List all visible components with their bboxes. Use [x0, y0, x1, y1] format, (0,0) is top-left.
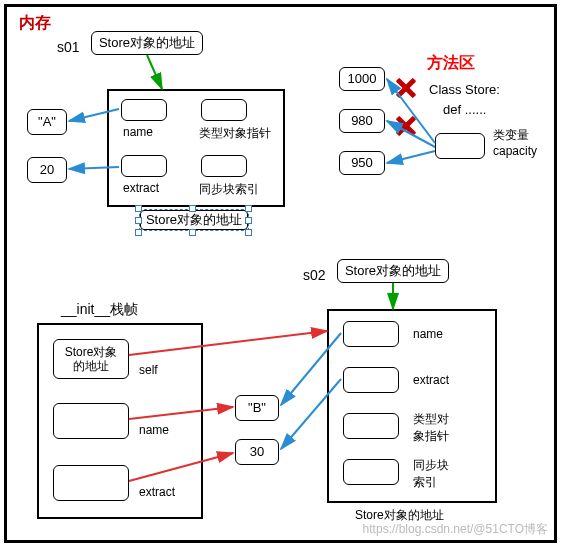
watermark: https://blog.csdn.net/@51CTO博客 [363, 521, 548, 538]
cap-1000-box: 1000 [339, 67, 385, 91]
s02-name-slot [343, 321, 399, 347]
cap-950-box: 950 [339, 151, 385, 175]
svg-line-0 [147, 55, 162, 89]
cap-980-box: 980 [339, 109, 385, 133]
init-self-slot: Store对象 的地址 [53, 339, 129, 379]
sel-handle [189, 205, 196, 212]
s02-extract-slot [343, 367, 399, 393]
self-label: self [139, 363, 158, 377]
class-store-frame: Class Store: def ...... 类变量 capacity [421, 75, 543, 183]
s02-typeptr-label: 类型对 象指针 [413, 411, 449, 445]
value-30-box: 30 [235, 439, 279, 465]
class-store-line2: def ...... [443, 101, 486, 119]
sel-handle [189, 229, 196, 236]
sel-handle [245, 217, 252, 224]
value-a-box: "A" [27, 109, 67, 135]
init-extract-label: extract [139, 485, 175, 499]
s01-name-label: name [123, 125, 153, 139]
s01-sync-label: 同步块索引 [199, 181, 259, 198]
class-var-slot [435, 133, 485, 159]
init-extract-slot [53, 465, 129, 501]
method-area-label: 方法区 [427, 53, 475, 74]
sel-handle [245, 229, 252, 236]
red-cross-icon [395, 115, 417, 137]
s01-extract-label: extract [123, 181, 159, 195]
s02-sync-slot [343, 459, 399, 485]
s02-object-frame: name extract 类型对 象指针 同步块 索引 [327, 309, 497, 503]
sel-handle [135, 217, 142, 224]
class-var-label: 类变量 capacity [493, 127, 537, 158]
s01-address-box: Store对象的地址 [91, 31, 203, 55]
red-cross-icon [395, 77, 417, 99]
s02-typeptr-slot [343, 413, 399, 439]
s01-sync-slot [201, 155, 247, 177]
s02-extract-label: extract [413, 373, 449, 387]
class-store-line1: Class Store: [429, 81, 500, 99]
s02-sync-label: 同步块 索引 [413, 457, 449, 491]
init-frame-label: __init__栈帧 [61, 301, 138, 319]
init-frame: Store对象 的地址 self name extract [37, 323, 203, 519]
s01-caption-box: Store对象的地址 [140, 210, 248, 230]
heap-label: 内存 [19, 13, 51, 34]
s02-label: s02 [303, 267, 326, 283]
sel-handle [135, 205, 142, 212]
s01-name-slot [121, 99, 167, 121]
s01-label: s01 [57, 39, 80, 55]
s01-extract-slot [121, 155, 167, 177]
s02-address-box: Store对象的地址 [337, 259, 449, 283]
s01-typeptr-slot [201, 99, 247, 121]
init-name-label: name [139, 423, 169, 437]
value-b-box: "B" [235, 395, 279, 421]
sel-handle [245, 205, 252, 212]
s01-object-frame: name 类型对象指针 extract 同步块索引 [107, 89, 285, 207]
sel-handle [135, 229, 142, 236]
init-name-slot [53, 403, 129, 439]
value-20-box: 20 [27, 157, 67, 183]
memory-diagram: 内存 s01 Store对象的地址 "A" 20 name 类型对象指针 ext… [4, 4, 557, 543]
s01-typeptr-label: 类型对象指针 [199, 125, 271, 142]
s02-name-label: name [413, 327, 443, 341]
